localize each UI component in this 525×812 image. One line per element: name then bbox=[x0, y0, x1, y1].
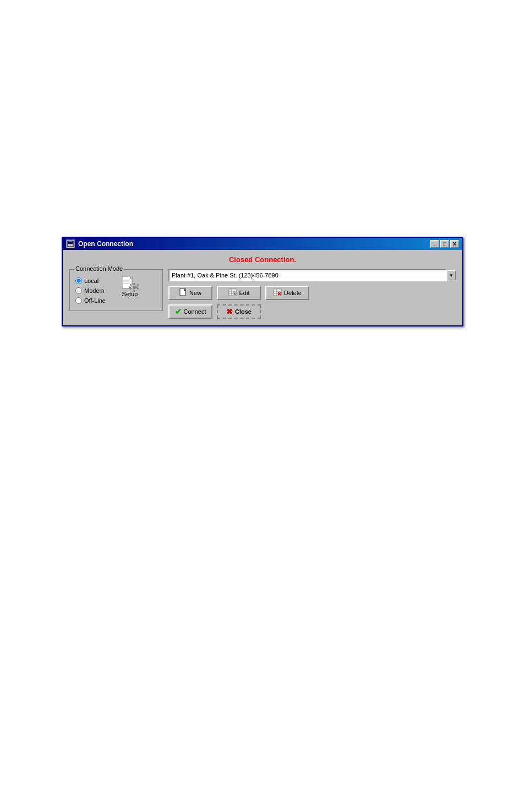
open-connection-window: Open Connection _ □ X Closed Connection.… bbox=[62, 237, 463, 326]
buttons-row2: ✔ Connect ✖ Close bbox=[168, 304, 456, 319]
right-panel: Plant #1, Oak & Pine St. (123)456-7890 ▼ bbox=[168, 269, 456, 319]
svg-rect-9 bbox=[135, 287, 138, 288]
close-x-icon: ✖ bbox=[226, 307, 233, 316]
delete-icon-svg bbox=[273, 288, 282, 296]
connect-button-label: Connect bbox=[184, 308, 206, 315]
delete-icon bbox=[273, 288, 282, 297]
connect-check-icon: ✔ bbox=[175, 307, 182, 316]
dropdown-row: Plant #1, Oak & Pine St. (123)456-7890 ▼ bbox=[168, 269, 456, 281]
close-button-label: Close bbox=[235, 308, 251, 315]
window-title: Open Connection bbox=[78, 240, 133, 248]
status-bar: Closed Connection. bbox=[69, 255, 456, 264]
radio-offline-input[interactable] bbox=[75, 297, 82, 304]
delete-button-label: Delete bbox=[284, 290, 302, 296]
radio-local-input[interactable] bbox=[75, 277, 82, 284]
connection-dropdown[interactable]: Plant #1, Oak & Pine St. (123)456-7890 bbox=[168, 269, 447, 281]
radio-offline[interactable]: Off-Line bbox=[75, 297, 106, 304]
window-body: Closed Connection. Connection Mode Local… bbox=[63, 250, 462, 325]
close-window-button[interactable]: X bbox=[450, 240, 459, 248]
radio-local-label: Local bbox=[84, 277, 99, 284]
edit-icon-svg bbox=[228, 288, 237, 296]
title-bar-controls: _ □ X bbox=[430, 240, 459, 248]
title-bar: Open Connection _ □ X bbox=[63, 238, 462, 250]
title-bar-left: Open Connection bbox=[66, 239, 133, 248]
radio-local[interactable]: Local bbox=[75, 277, 106, 284]
new-doc-icon bbox=[179, 288, 187, 298]
radio-modem[interactable]: Modem bbox=[75, 287, 106, 294]
new-icon-svg bbox=[179, 288, 187, 297]
delete-button[interactable]: Delete bbox=[265, 286, 309, 300]
minimize-button[interactable]: _ bbox=[430, 240, 439, 248]
setup-icon bbox=[121, 275, 139, 291]
connection-mode-legend: Connection Mode bbox=[74, 265, 124, 272]
new-button-label: New bbox=[189, 290, 201, 296]
dropdown-value: Plant #1, Oak & Pine St. (123)456-7890 bbox=[172, 272, 278, 279]
maximize-button[interactable]: □ bbox=[440, 240, 449, 248]
buttons-row1: New bbox=[168, 286, 456, 300]
setup-area: Setup bbox=[121, 275, 139, 297]
edit-icon bbox=[228, 288, 237, 297]
close-button[interactable]: ✖ Close bbox=[217, 304, 261, 319]
edit-button[interactable]: Edit bbox=[217, 286, 261, 300]
connection-status: Closed Connection. bbox=[229, 255, 296, 264]
edit-button-label: Edit bbox=[239, 290, 250, 296]
window-icon bbox=[66, 239, 75, 248]
radio-column: Local Modem Off-Line bbox=[75, 277, 106, 306]
new-button[interactable]: New bbox=[168, 286, 212, 300]
radio-modem-label: Modem bbox=[84, 287, 105, 294]
svg-rect-7 bbox=[133, 290, 135, 292]
svg-rect-6 bbox=[133, 283, 135, 285]
dropdown-arrow[interactable]: ▼ bbox=[447, 270, 456, 280]
radio-modem-input[interactable] bbox=[75, 287, 82, 294]
conn-mode-row: Local Modem Off-Line bbox=[75, 274, 157, 306]
radio-offline-label: Off-Line bbox=[84, 297, 106, 304]
connect-button[interactable]: ✔ Connect bbox=[168, 304, 212, 319]
setup-icon-svg bbox=[121, 275, 140, 292]
main-content: Connection Mode Local Modem bbox=[69, 269, 456, 319]
connection-mode-group: Connection Mode Local Modem bbox=[69, 269, 163, 311]
svg-rect-1 bbox=[68, 242, 73, 244]
